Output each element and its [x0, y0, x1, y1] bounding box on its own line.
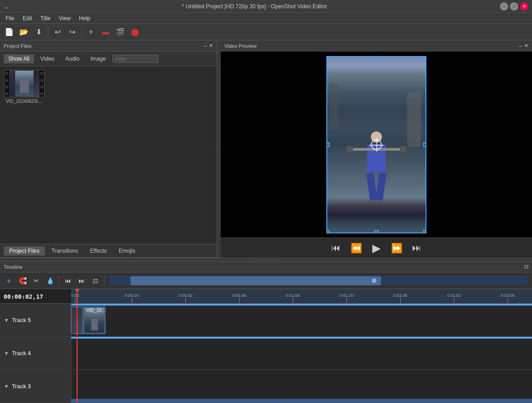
timeline-jump-start-button[interactable]: ⏮ — [62, 275, 74, 287]
video-button[interactable]: ▬ — [99, 26, 112, 39]
track-4-name: Track 4 — [12, 350, 31, 357]
save-file-button[interactable]: ⬇ — [32, 26, 45, 39]
close-button[interactable]: ✕ — [520, 2, 528, 11]
menu-edit[interactable]: Edit — [19, 14, 36, 23]
track-content-5[interactable]: VID_20... — [71, 304, 532, 336]
selection-handle-bm[interactable] — [374, 230, 379, 233]
timeline-zoom-handle[interactable] — [130, 276, 381, 285]
panel-minimize-icon[interactable]: ─ — [203, 43, 207, 49]
video-panel-close-icon[interactable]: ✕ — [524, 43, 528, 49]
ruler-mark-32: 0:00:32 — [179, 293, 192, 303]
track-4-collapse-arrow[interactable]: ▼ — [4, 350, 9, 357]
timeline-expand-icon[interactable]: ⊡ — [524, 264, 528, 270]
track-playhead-line-4 — [77, 337, 78, 369]
filter-input[interactable] — [112, 55, 158, 63]
timeline-separator-2 — [104, 276, 105, 285]
maximize-button[interactable]: □ — [510, 2, 518, 11]
tab-image[interactable]: Image — [86, 54, 110, 63]
skip-to-start-button[interactable]: ⏮ — [329, 241, 343, 255]
selection-handle-tr[interactable] — [423, 56, 426, 59]
selection-handle-bl[interactable] — [326, 230, 330, 233]
horizontal-divider[interactable]: · · · · · · · — [0, 258, 532, 261]
ruler-mark-64: 0:01:04 — [286, 293, 300, 303]
zoom-dot — [372, 278, 376, 283]
timeline-magnetic-button[interactable]: 🧲 — [17, 275, 28, 287]
menu-bar: File Edit Title View Help — [0, 13, 532, 24]
files-area: VID_20240623I.... — [0, 66, 217, 244]
track-row-3: ▼ Track 3 · · · · · · — [0, 370, 532, 403]
menu-file[interactable]: File — [2, 14, 18, 23]
track-content-4[interactable] — [71, 337, 532, 369]
window-expand-icon[interactable]: ⌄ — [4, 3, 9, 10]
bottom-tab-project-files[interactable]: Project Files — [4, 246, 45, 255]
track-4-selection-bar — [71, 337, 532, 339]
track-5-collapse-arrow[interactable]: ▼ — [4, 317, 9, 324]
track-row-4: ▼ Track 4 — [0, 337, 532, 370]
video-panel-controls: ─ ✕ — [519, 43, 528, 49]
play-pause-button[interactable]: ▶ — [369, 241, 384, 255]
video-panel-minimize-icon[interactable]: ─ — [519, 43, 522, 49]
menu-help[interactable]: Help — [75, 14, 94, 23]
main-content: Project Files ─ ✕ Show All Video Audio I… — [0, 40, 532, 403]
tracks-area[interactable]: ▼ Track 5 — [0, 304, 532, 403]
undo-button[interactable]: ↩ — [51, 26, 64, 39]
bottom-tab-emojis[interactable]: Emojis — [113, 246, 141, 255]
minimize-button[interactable]: ─ — [500, 2, 508, 11]
toolbar: 📄 📂 ⬇ ↩ ↪ ＋ ▬ 🎬 ⬤ — [0, 24, 532, 40]
crosshair — [370, 138, 383, 152]
panel-close-icon[interactable]: ✕ — [209, 43, 213, 49]
fast-forward-button[interactable]: ⏩ — [389, 241, 404, 255]
bottom-tab-transitions[interactable]: Transitions — [46, 246, 84, 255]
record-button[interactable]: ⬤ — [129, 26, 141, 39]
ruler-mark-0: 0:00 — [71, 293, 79, 303]
bottom-tab-effects[interactable]: Effects — [84, 246, 112, 255]
open-file-button[interactable]: 📂 — [17, 26, 30, 39]
crosshair-circle — [371, 139, 382, 150]
new-file-button[interactable]: 📄 — [3, 26, 16, 39]
video-preview-header: Video Preview ─ ✕ — [221, 40, 532, 51]
timeline-ruler-area[interactable]: 00:00:02,17 0:00 0:00:16 0:00:32 0:00:48… — [0, 289, 532, 304]
menu-view[interactable]: View — [55, 14, 74, 23]
timeline-paint-button[interactable]: 💧 — [44, 275, 56, 287]
skip-to-end-button[interactable]: ⏭ — [409, 241, 424, 255]
rewind-button[interactable]: ⏪ — [349, 241, 364, 255]
selection-handle-br[interactable] — [423, 230, 426, 233]
film-hole — [40, 92, 43, 95]
film-strip-right — [39, 70, 44, 97]
timeline-center-button[interactable]: ⊡ — [90, 275, 101, 287]
track-label-5: ▼ Track 5 — [0, 304, 71, 336]
timeline-add-button[interactable]: ＋ — [3, 275, 15, 287]
film-hole — [6, 72, 8, 75]
track-label-4: ▼ Track 4 — [0, 337, 71, 369]
toolbar-separator-1 — [48, 27, 48, 38]
track-5-name: Track 5 — [12, 317, 31, 324]
timeline-jump-end-button[interactable]: ⏭ — [76, 275, 88, 287]
track-3-collapse-arrow[interactable]: ▼ — [4, 383, 9, 390]
redo-button[interactable]: ↪ — [66, 26, 78, 39]
tab-show-all[interactable]: Show All — [4, 54, 34, 63]
ruler-mark-112: 0:01:52 — [447, 293, 461, 303]
clip-button[interactable]: 🎬 — [114, 26, 127, 39]
file-thumbnail — [4, 70, 45, 97]
timeline-separator-1 — [59, 276, 59, 285]
track-content-3[interactable]: · · · · · · — [71, 370, 532, 403]
menu-title[interactable]: Title — [37, 14, 54, 23]
timeline-zoom-area[interactable] — [109, 276, 527, 285]
clip-label-5: VID_20... — [86, 308, 106, 313]
timeline-razor-button[interactable]: ✂ — [30, 275, 42, 287]
selection-handle-ml[interactable] — [326, 142, 330, 147]
selection-handle-tl[interactable] — [326, 56, 330, 59]
panel-resize-handle[interactable]: · · · — [217, 40, 221, 258]
ruler-mark-16: 0:00:16 — [125, 293, 139, 303]
timeline-ruler[interactable]: 0:00 0:00:16 0:00:32 0:00:48 0:01:04 0:0… — [71, 289, 532, 303]
selection-handle-mr[interactable] — [423, 142, 426, 147]
tab-video[interactable]: Video — [36, 54, 59, 63]
selection-handle-tm[interactable] — [374, 56, 379, 59]
film-strip-left — [5, 70, 9, 97]
track-playhead-line-5 — [77, 304, 78, 336]
file-item[interactable]: VID_20240623I.... — [4, 70, 45, 104]
add-track-button[interactable]: ＋ — [84, 26, 97, 39]
tab-audio[interactable]: Audio — [61, 54, 84, 63]
film-hole — [6, 79, 8, 82]
project-files-header: Project Files ─ ✕ — [0, 40, 217, 51]
